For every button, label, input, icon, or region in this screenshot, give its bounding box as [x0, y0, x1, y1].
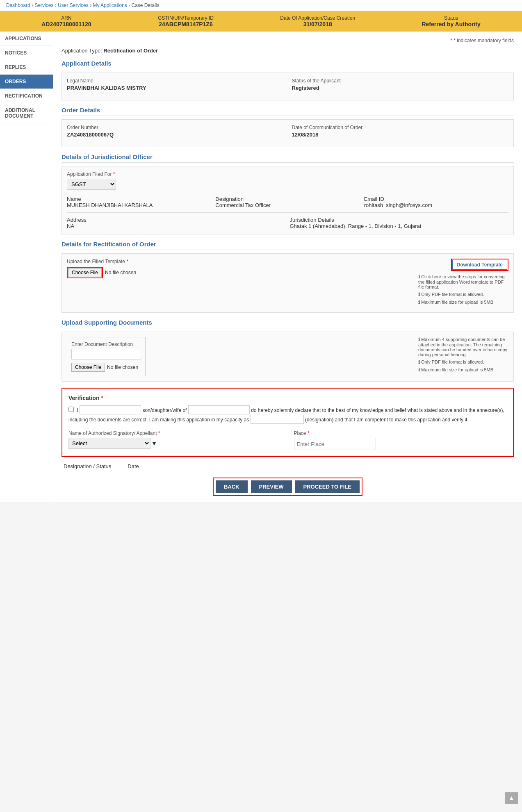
- applicant-details-title: Applicant Details: [62, 60, 514, 69]
- place-input[interactable]: [294, 438, 376, 450]
- template-file-status: No file chosen: [105, 270, 136, 275]
- applicant-details-box: Legal Name PRAVINBHAI KALIDAS MISTRY Sta…: [62, 73, 514, 100]
- header-status: Status Referred by Authority: [422, 15, 480, 27]
- verification-spouse-input[interactable]: [188, 405, 250, 414]
- main-content: * * indicates mandatory fields Applicati…: [53, 32, 522, 502]
- breadcrumb-dashboard[interactable]: Dashboard: [6, 2, 30, 8]
- breadcrumb-user-services[interactable]: User Services: [58, 2, 89, 8]
- signatory-select[interactable]: Select: [68, 438, 150, 449]
- breadcrumb-case-details: Case Details: [131, 2, 159, 8]
- breadcrumb: Dashboard › Services › User Services › M…: [0, 0, 522, 11]
- desig-date-row: Designation / Status Date: [62, 463, 514, 469]
- order-details-box: Order Number ZA240818000067Q Date of Com…: [62, 119, 514, 147]
- verification-name-input[interactable]: [80, 405, 141, 414]
- breadcrumb-my-applications[interactable]: My Applications: [93, 2, 127, 8]
- verification-checkbox[interactable]: [68, 407, 74, 412]
- action-buttons-wrapper: BACK PREVIEW PROCEED TO FILE: [62, 478, 514, 496]
- doc-description-input[interactable]: [71, 349, 141, 359]
- back-button[interactable]: BACK: [216, 480, 248, 493]
- filed-for-select[interactable]: SGST: [67, 179, 116, 190]
- header-gstin: GSTIN/UIN/Temporary ID 24ABCPM8147P1Z6: [158, 15, 214, 27]
- sidebar-item-replies[interactable]: REPLIES: [0, 60, 53, 75]
- header-arn: ARN AD2407180001120: [41, 15, 91, 27]
- sidebar-item-rectification[interactable]: RECTIFICATION: [0, 89, 53, 103]
- proceed-button[interactable]: PROCEED TO FILE: [295, 480, 360, 493]
- supporting-docs-title: Upload Supporting Documents: [62, 319, 514, 328]
- sidebar-item-orders[interactable]: ORDERS: [0, 75, 53, 89]
- choose-file-button-template[interactable]: Choose File: [68, 268, 102, 277]
- sidebar-item-notices[interactable]: NOTICES: [0, 46, 53, 60]
- verification-box: Verification * I son/daughter/wife of do…: [62, 388, 514, 457]
- preview-button[interactable]: PREVIEW: [251, 480, 292, 493]
- sidebar: APPLICATIONS NOTICES REPLIES ORDERS RECT…: [0, 32, 53, 502]
- jurisdiction-box: Application Filed For * SGST Name MUKESH…: [62, 166, 514, 234]
- verification-designation-input[interactable]: [251, 415, 304, 424]
- sidebar-item-additional-document[interactable]: ADDITIONAL DOCUMENT: [0, 103, 53, 123]
- header-bar: ARN AD2407180001120 GSTIN/UIN/Temporary …: [0, 11, 522, 32]
- rectification-box: Upload the Filled Template * Choose File…: [62, 253, 514, 313]
- header-date: Date Of Application/Case Creation 31/07/…: [280, 15, 355, 27]
- rectification-title: Details for Rectification of Order: [62, 241, 514, 250]
- download-template-button[interactable]: Download Template: [452, 260, 507, 270]
- sidebar-item-applications[interactable]: APPLICATIONS: [0, 32, 53, 46]
- order-details-title: Order Details: [62, 107, 514, 116]
- choose-file-button-doc[interactable]: Choose File: [71, 363, 105, 372]
- breadcrumb-services[interactable]: Services: [34, 2, 53, 8]
- mandatory-note: * * indicates mandatory fields: [62, 38, 514, 43]
- supporting-docs-box: Enter Document Description Choose File N…: [62, 332, 514, 382]
- doc-file-status: No file chosen: [107, 364, 138, 370]
- jurisdiction-title: Details of Jurisdictional Officer: [62, 153, 514, 163]
- app-type: Application Type: Rectification of Order: [62, 48, 514, 54]
